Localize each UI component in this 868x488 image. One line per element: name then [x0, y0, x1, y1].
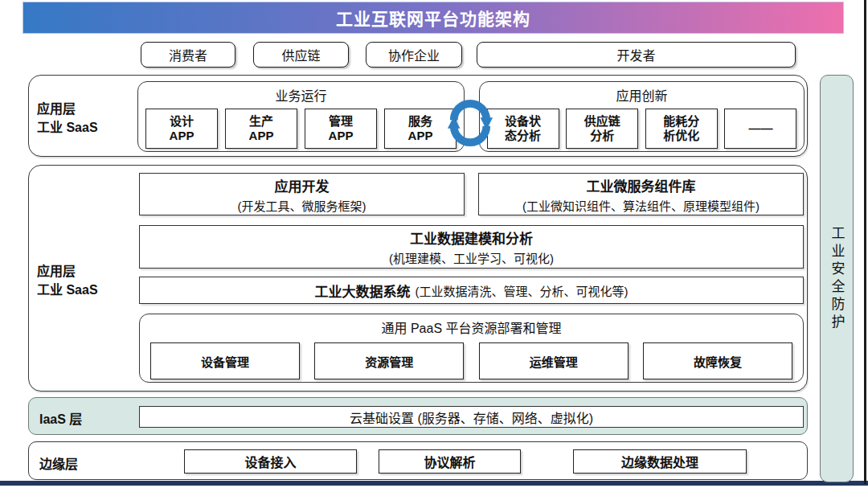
dev-row: 应用开发 (开发工具、微服务框架) 工业微服务组件库 (工业微知识组件、算法组件…: [139, 173, 804, 215]
big-data-box: 工业大数据系统 (工业数据清洗、管理、分析、可视化等): [139, 277, 804, 304]
actor-consumer: 消费者: [141, 42, 235, 68]
paas-mgmt-items: 设备管理 资源管理 运维管理 故障恢复: [140, 342, 803, 379]
box-subtitle: (机理建模、工业学习、可视化): [389, 249, 554, 266]
actor-label: 开发者: [616, 45, 655, 64]
app-innovation-group: 应用创新 设备状 态分析 供应链 分析 能耗分 析优化 ——: [479, 81, 805, 152]
layer-label-line1: 应用层: [37, 262, 98, 281]
paas-mgmt-title: 通用 PaaS 平台资源部署和管理: [140, 318, 803, 337]
business-run-apps: 设计 APP 生产 APP 管理 APP 服务 APP: [138, 109, 464, 149]
actor-partner-enterprise: 协作企业: [366, 42, 462, 68]
app-label-line2: APP: [170, 129, 194, 143]
box-title: 工业数据建模和分析: [410, 228, 533, 248]
saas-layer-label: 应用层 工业 SaaS: [37, 100, 98, 137]
device-mgmt-box: 设备管理: [150, 342, 300, 379]
app-label-line1: 服务: [408, 114, 432, 129]
app-label-line2: 态分析: [505, 129, 541, 143]
box-title: 应用开发: [275, 175, 330, 195]
service-app-box: 服务 APP: [384, 109, 457, 149]
box-title: 工业大数据系统: [315, 281, 411, 301]
app-label-line2: 分析: [590, 129, 614, 143]
paas-layer-section: 应用层 工业 SaaS 应用开发 (开发工具、微服务框架) 工业微服务组件库 (…: [28, 165, 808, 392]
actor-label: 消费者: [169, 45, 207, 64]
sync-arrows-icon: [447, 100, 493, 146]
layer-label-line2: 工业 SaaS: [37, 281, 98, 299]
data-modeling-box: 工业数据建模和分析 (机理建模、工业学习、可视化): [139, 225, 804, 269]
fault-recovery-box: 故障恢复: [643, 342, 792, 379]
actor-label: 协作企业: [388, 45, 440, 64]
iaas-layer-label: IaaS 层: [39, 408, 82, 428]
app-innovation-title: 应用创新: [480, 85, 804, 105]
industrial-security-bar: 工业安全防护: [820, 75, 854, 482]
paas-mgmt-group: 通用 PaaS 平台资源部署和管理 设备管理 资源管理 运维管理 故障恢复: [139, 314, 804, 383]
actor-developer: 开发者: [477, 42, 796, 68]
app-label-line2: APP: [329, 129, 354, 143]
supply-chain-analysis-box: 供应链 分析: [566, 109, 638, 149]
architecture-diagram: 工业互联网平台功能架构 消费者 供应链 协作企业 开发者 应用层 工业 SaaS…: [0, 0, 868, 488]
device-status-analysis-box: 设备状 态分析: [487, 109, 559, 149]
resource-mgmt-box: 资源管理: [314, 342, 464, 379]
app-label-line1: ——: [748, 121, 772, 136]
app-label-line2: APP: [249, 129, 274, 143]
design-app-box: 设计 APP: [145, 109, 218, 149]
box-subtitle: (开发工具、微服务框架): [238, 197, 366, 214]
box-subtitle: (工业数据清洗、管理、分析、可视化等): [416, 282, 628, 299]
app-label-line1: 设备状: [505, 114, 541, 129]
business-run-title: 业务运行: [138, 85, 464, 105]
app-label-line2: APP: [408, 129, 433, 143]
app-innovation-apps: 设备状 态分析 供应链 分析 能耗分 析优化 ——: [480, 109, 804, 149]
app-label-line1: 能耗分: [663, 114, 699, 129]
paas-layer-label: 应用层 工业 SaaS: [37, 262, 98, 299]
app-development-box: 应用开发 (开发工具、微服务框架): [139, 173, 465, 215]
page-title: 工业互联网平台功能架构: [336, 6, 530, 30]
app-label-line1: 管理: [329, 114, 353, 129]
app-label-line1: 供应链: [584, 114, 620, 129]
saas-layer-section: 应用层 工业 SaaS 业务运行 设计 APP 生产 APP 管理 APP: [28, 75, 808, 157]
title-banner: 工业互联网平台功能架构: [23, 2, 844, 34]
app-label-line1: 生产: [249, 114, 273, 129]
edge-layer-section: 边缘层 设备接入 协议解析 边缘数据处理: [28, 441, 808, 480]
box-subtitle: (工业微知识组件、算法组件、原理模型组件): [522, 197, 760, 214]
protocol-parsing-box: 协议解析: [379, 449, 521, 474]
business-run-group: 业务运行 设计 APP 生产 APP 管理 APP 服务 APP: [137, 81, 465, 152]
actor-supply-chain: 供应链: [253, 42, 349, 68]
box-title: 工业微服务组件库: [587, 175, 696, 195]
device-access-box: 设备接入: [184, 449, 357, 474]
iaas-layer-section: IaaS 层 云基础设置 (服务器、存储、网络、虚拟化): [28, 397, 808, 435]
security-bar-label: 工业安全防护: [827, 226, 847, 332]
ops-mgmt-box: 运维管理: [479, 342, 628, 379]
edge-layer-label: 边缘层: [39, 453, 78, 473]
edge-data-processing-box: 边缘数据处理: [573, 449, 747, 474]
production-app-box: 生产 APP: [225, 109, 297, 149]
actor-label: 供应链: [281, 45, 320, 64]
paas-content: 应用开发 (开发工具、微服务框架) 工业微服务组件库 (工业微知识组件、算法组件…: [139, 173, 804, 383]
layer-label-line1: 应用层: [37, 100, 98, 118]
energy-analysis-box: 能耗分 析优化: [645, 109, 718, 149]
management-app-box: 管理 APP: [305, 109, 377, 149]
cloud-infrastructure-box: 云基础设置 (服务器、存储、网络、虚拟化): [139, 406, 804, 428]
right-frame-line: [864, 0, 866, 484]
app-label-line1: 设计: [170, 114, 194, 129]
placeholder-box: ——: [724, 109, 796, 149]
app-label-line2: 析优化: [663, 129, 699, 143]
bottom-frame-bar: [0, 481, 868, 486]
microservice-component-lib-box: 工业微服务组件库 (工业微知识组件、算法组件、原理模型组件): [478, 173, 804, 215]
layer-label-line2: 工业 SaaS: [37, 118, 98, 137]
